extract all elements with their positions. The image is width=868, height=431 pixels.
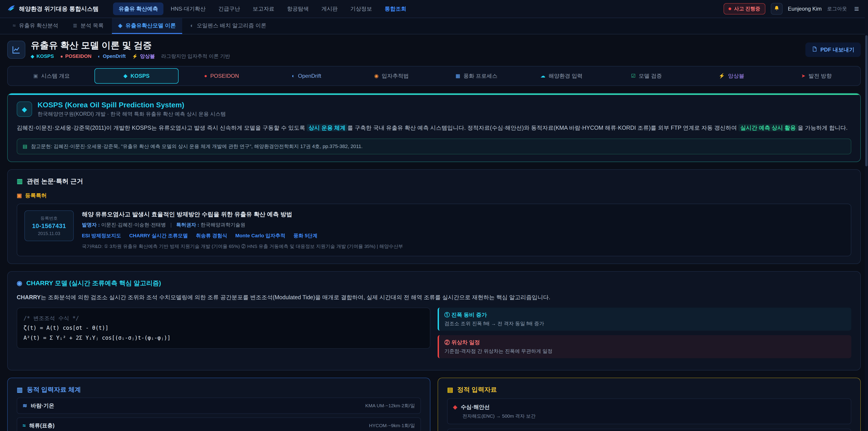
nav-item-emergency-rescue[interactable]: 긴급구난 bbox=[213, 2, 246, 15]
kosps-header: ◆ KOSPS (Korea Oil Spill Prediction Syst… bbox=[17, 101, 851, 118]
static-input-header: ▤ 정적 입력자료 bbox=[447, 386, 851, 394]
kosps-description: 김혜진·이문진·오세웅·강준묵(2011)이 개발한 KOSPS는 유류오염사고… bbox=[17, 123, 851, 133]
notifications-button[interactable] bbox=[771, 3, 782, 15]
nav-item-aerial-search[interactable]: 항공탐색 bbox=[282, 2, 314, 15]
nav-item-oil-spill-prediction[interactable]: 유출유 확산예측 bbox=[113, 2, 163, 15]
nav-item-weather[interactable]: 기상정보 bbox=[345, 2, 377, 15]
static-row-bathymetry: ◈수심·해안선 전자해도(ENC) → 500m 격자 보간 bbox=[447, 398, 851, 424]
patent-title: 해양 유류오염사고 발생시 효율적인 방제방안 수립을 위한 유출유 확산 예측… bbox=[82, 210, 403, 218]
topbar: 해양환경 위기대응 통합시스템 유출유 확산예측 HNS·대기확산 긴급구난 보… bbox=[0, 0, 868, 18]
patent-number-box: 등록번호 10-1567431 2015.11.03 bbox=[24, 210, 74, 241]
rocket-icon: ➤ bbox=[801, 73, 805, 79]
ensemble-badge: ⚡앙상블 bbox=[132, 53, 155, 60]
diamond-icon: ◆ bbox=[124, 73, 127, 79]
charry-model-card: ◉ CHARRY 모델 (실시간 조류예측 핵심 알고리즘) CHARRY는 조… bbox=[7, 271, 861, 371]
page-title: 유출유 확산 모델 이론 및 검증 bbox=[31, 40, 230, 51]
highlight-realtime-use: 실시간 예측 상시 활용 bbox=[739, 124, 798, 131]
note-title: ② 위상차 일정 bbox=[444, 339, 846, 346]
registration-number: 10-1567431 bbox=[32, 223, 66, 229]
section-tab-ensemble[interactable]: ⚡앙상블 bbox=[689, 68, 774, 84]
page-subtitle: 라그랑지안 입자추적 이론 기반 bbox=[161, 53, 230, 60]
tag-weathering-stages[interactable]: 풍화 5단계 bbox=[293, 232, 317, 239]
app-logo: 해양환경 위기대응 통합시스템 bbox=[7, 4, 98, 14]
section-tab-poseidon[interactable]: ●POSEIDON bbox=[180, 68, 264, 84]
opendrift-badge: ◐OpenDrift bbox=[98, 53, 126, 59]
main-nav: 유출유 확산예측 HNS·대기확산 긴급구난 보고자료 항공탐색 게시판 기상정… bbox=[113, 2, 412, 15]
input-row-wind: ≋바람·기온 KMA UM·~12km·2회/일 bbox=[17, 398, 421, 414]
kosps-subtitle: 한국해양연구원(KORDI) 개발 · 한국 해역 특화 유출유 확산 예측 상… bbox=[37, 111, 226, 118]
tag-wdc-formula[interactable]: 취송류 경험식 bbox=[196, 232, 227, 239]
topbar-right: 사고 진행중 Eunjeong Kim 로그아웃 ≡ bbox=[723, 3, 861, 15]
amplitude-note: ① 진폭 동비 증가 검조소 조위 진폭 f배 → 전 격자 동일 f배 증가 bbox=[438, 308, 851, 331]
bell-icon bbox=[774, 5, 780, 13]
circle-icon: ● bbox=[204, 73, 207, 79]
nav-item-reports[interactable]: 보고자료 bbox=[247, 2, 280, 15]
page-chart-icon bbox=[7, 41, 25, 59]
section-tab-opendrift[interactable]: ◐OpenDrift bbox=[265, 68, 348, 84]
reference-text: 참고문헌: 김혜진·이문진·오세웅·강준묵, "유출유 확산 예측 모델의 상시… bbox=[31, 143, 363, 150]
charry-description: CHARRY는 조화분석에 의한 검조소 실시간 조위와 조석 수치모델링에 의… bbox=[17, 293, 851, 302]
model-badge-row: ◆KOSPS ●POSEIDON ◐OpenDrift ⚡앙상블 라그랑지안 입… bbox=[31, 53, 230, 60]
patent-card: 등록번호 10-1567431 2015.11.03 해양 유류오염사고 발생시… bbox=[17, 204, 851, 256]
subtab-bar: ≈ 유출유 확산분석 ≣ 분석 목록 ◈ 유출유확산모델 이론 ◐ 오일펜스 배… bbox=[0, 18, 868, 34]
patent-tag-row: ESI 방제정보지도 CHARRY 실시간 조류모델 취송류 경험식 Monte… bbox=[82, 232, 403, 239]
subtab-analysis-list[interactable]: ≣ 분석 목록 bbox=[66, 18, 110, 34]
subtab-model-theory[interactable]: ◈ 유출유확산모델 이론 bbox=[112, 18, 182, 34]
logout-button[interactable]: 로그아웃 bbox=[827, 5, 847, 12]
kosps-title: KOSPS (Korea Oil Spill Prediction System… bbox=[37, 101, 226, 109]
registered-patent-label: ▣ 등록특허 bbox=[17, 192, 851, 199]
list-icon: ≣ bbox=[73, 22, 77, 29]
subtab-oil-fence-algorithm[interactable]: ◐ 오일펜스 배치 알고리즘 이론 bbox=[184, 18, 273, 34]
incident-status-badge[interactable]: 사고 진행중 bbox=[723, 3, 765, 14]
chart-scatter-icon: ≈ bbox=[13, 22, 16, 29]
page-scrollbar-track[interactable] bbox=[865, 0, 868, 431]
grid-icon: ▦ bbox=[456, 73, 460, 79]
registration-date: 2015.11.03 bbox=[32, 231, 66, 236]
pin-icon: ◈ bbox=[453, 404, 457, 410]
patent-rnd-info: 국가R&D: ① 3차원 유출유 확산예측 기반 방제 지원기술 개발 (기여율… bbox=[82, 243, 403, 249]
patent-meta: 발명자 : 이문진·김혜진·이승현·전태병 | 특허권자 : 한국해양과학기술원 bbox=[82, 221, 403, 228]
tag-esi-map[interactable]: ESI 방제정보지도 bbox=[82, 232, 121, 239]
user-name: Eunjeong Kim bbox=[788, 6, 822, 12]
static-row-grid: ▦격자 구성 좌표변환 → 영역추출 → 격자보간 표준화 bbox=[447, 429, 851, 431]
folder-icon: ▤ bbox=[447, 386, 453, 394]
monitor-icon: ▣ bbox=[33, 73, 38, 79]
charry-title: CHARRY 모델 (실시간 조류예측 핵심 알고리즘) bbox=[26, 279, 161, 287]
section-tab-marine-env-input[interactable]: ☁해양환경 입력 bbox=[520, 68, 603, 84]
section-tab-model-validation[interactable]: ☑모델 검증 bbox=[604, 68, 688, 84]
patent-inventors: 이문진·김혜진·이승현·전태병 bbox=[101, 222, 166, 227]
hamburger-menu-icon[interactable]: ≡ bbox=[852, 4, 861, 14]
fence-shield-icon: ◐ bbox=[190, 22, 194, 29]
tag-charry-model[interactable]: CHARRY 실시간 조류모델 bbox=[129, 232, 188, 239]
subtab-label: 분석 목록 bbox=[81, 22, 104, 29]
highlight-operation-system: 상시 운용 체계 bbox=[307, 124, 347, 131]
page-scrollbar-thumb[interactable] bbox=[865, 35, 868, 166]
registration-number-label: 등록번호 bbox=[32, 215, 66, 221]
tag-monte-carlo[interactable]: Monte Carlo 입자추적 bbox=[235, 232, 285, 239]
nav-item-board[interactable]: 게시판 bbox=[316, 2, 343, 15]
lightning-icon: ⚡ bbox=[132, 54, 138, 59]
note-body: 기준점-격자점 간 위상차는 진폭에 무관하게 일정 bbox=[444, 348, 846, 355]
input-data-columns: ▥ 동적 입력자료 체계 ≋바람·기온 KMA UM·~12km·2회/일 ≈해… bbox=[7, 378, 861, 431]
particle-icon: ◉ bbox=[374, 73, 378, 79]
reference-box: ▤ 참고문헌: 김혜진·이문진·오세웅·강준묵, "유출유 확산 예측 모델의 … bbox=[17, 138, 851, 154]
cloud-icon: ☁ bbox=[540, 73, 546, 79]
pdf-export-button[interactable]: PDF 내보내기 bbox=[805, 42, 861, 57]
section-tab-weathering-process[interactable]: ▦풍화 프로세스 bbox=[434, 68, 519, 84]
section-tab-future-direction[interactable]: ➤발전 방향 bbox=[774, 68, 859, 84]
section-tab-kosps[interactable]: ◆KOSPS bbox=[94, 68, 179, 84]
formula-line-1: ζ(t) = A(t) cos[σt - θ(t)] bbox=[24, 323, 424, 333]
formula-line-2: A²(t) = Σ Yᵢ² + 2Σ YᵢYⱼ cos[(σᵢ-σⱼ)t-(φᵢ… bbox=[24, 333, 424, 343]
poseidon-badge: ●POSEIDON bbox=[60, 53, 91, 59]
code-comment: /* 변조조석 수식 */ bbox=[24, 313, 424, 323]
swirl-icon: ◉ bbox=[17, 279, 22, 287]
subtab-spill-analysis[interactable]: ≈ 유출유 확산분석 bbox=[6, 18, 65, 34]
static-row-value: 전자해도(ENC) → 500m 격자 보간 bbox=[463, 413, 845, 419]
kosps-diamond-icon: ◆ bbox=[17, 101, 32, 117]
nav-item-integrated-search[interactable]: 통합조회 bbox=[379, 2, 412, 15]
nav-item-hns-atmospheric[interactable]: HNS·대기확산 bbox=[165, 2, 211, 15]
papers-patents-card: ▥ 관련 논문·특허 근거 ▣ 등록특허 등록번호 10-1567431 201… bbox=[7, 169, 861, 264]
section-tab-particle-tracking[interactable]: ◉입자추적법 bbox=[349, 68, 434, 84]
static-input-card: ▤ 정적 입력자료 ◈수심·해안선 전자해도(ENC) → 500m 격자 보간… bbox=[438, 378, 861, 431]
section-tab-system-overview[interactable]: ▣시스템 개요 bbox=[9, 68, 94, 84]
